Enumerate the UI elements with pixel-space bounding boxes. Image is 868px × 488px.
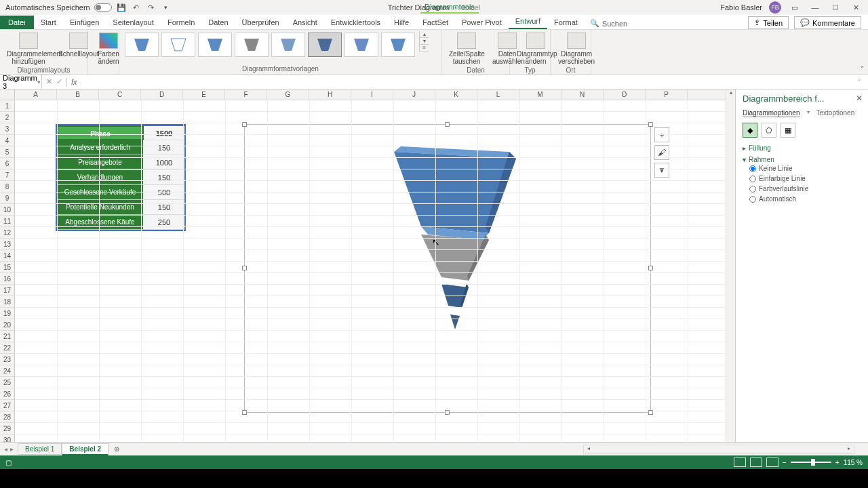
tab-design[interactable]: Entwurf — [509, 14, 547, 29]
row-header[interactable]: 1 — [0, 100, 15, 112]
normal-view-icon[interactable] — [734, 458, 746, 467]
tab-formulas[interactable]: Formeln — [161, 16, 201, 29]
chart-style-2[interactable] — [161, 33, 195, 57]
column-header[interactable]: I — [351, 89, 393, 100]
zoom-level[interactable]: 115 % — [844, 459, 863, 466]
zoom-slider[interactable] — [791, 462, 831, 463]
row-header[interactable]: 30 — [0, 434, 15, 442]
tab-review[interactable]: Überprüfen — [235, 16, 286, 29]
tell-me-search[interactable]: 🔍 Suchen — [585, 18, 633, 29]
row-header[interactable]: 7 — [0, 169, 15, 181]
select-all-corner[interactable] — [0, 89, 15, 100]
row-header[interactable]: 2 — [0, 112, 15, 123]
row-header[interactable]: 14 — [0, 250, 15, 262]
column-header[interactable]: G — [267, 89, 309, 100]
row-header[interactable]: 29 — [0, 423, 15, 434]
row-header[interactable]: 15 — [0, 262, 15, 273]
column-header[interactable]: J — [393, 89, 435, 100]
sheet-nav-prev-icon[interactable]: ◂ — [4, 445, 7, 453]
column-header[interactable]: H — [309, 89, 351, 100]
minimize-icon[interactable]: ― — [808, 3, 822, 12]
row-header[interactable]: 10 — [0, 204, 15, 216]
gallery-scroll[interactable]: ▴▾≡ — [419, 31, 429, 52]
row-header[interactable]: 9 — [0, 192, 15, 204]
chart-style-8[interactable] — [381, 33, 415, 57]
row-header[interactable]: 25 — [0, 377, 15, 388]
row-header[interactable]: 23 — [0, 354, 15, 365]
chart-style-7[interactable] — [344, 33, 378, 57]
tab-powerpivot[interactable]: Power Pivot — [455, 16, 509, 29]
row-header[interactable]: 21 — [0, 331, 15, 342]
sheet-nav-next-icon[interactable]: ▸ — [10, 445, 14, 453]
row-header[interactable]: 13 — [0, 239, 15, 250]
switch-row-column-button[interactable]: Zeile/Spalte tauschen — [446, 31, 487, 66]
border-option-none[interactable]: Keine Linie — [743, 163, 861, 174]
maximize-icon[interactable]: ☐ — [829, 3, 842, 12]
row-header[interactable]: 28 — [0, 411, 15, 423]
column-header[interactable]: L — [477, 89, 519, 100]
enter-icon[interactable]: ✓ — [56, 77, 62, 86]
record-macro-icon[interactable]: ▢ — [5, 459, 12, 466]
column-header[interactable]: O — [604, 89, 646, 100]
user-avatar[interactable]: FB — [769, 1, 781, 14]
collapse-ribbon-icon[interactable]: ˄ — [861, 65, 864, 73]
comments-button[interactable]: 💬 Kommentare — [794, 16, 861, 29]
row-header[interactable]: 19 — [0, 308, 15, 319]
fill-section-header[interactable]: ▸ Füllung — [743, 144, 861, 152]
tab-factset[interactable]: FactSet — [416, 16, 455, 29]
ribbon-display-icon[interactable]: ▭ — [788, 3, 802, 12]
sheet-tab[interactable]: Beispiel 1 — [18, 443, 62, 455]
qat-customize-icon[interactable]: ▾ — [161, 2, 172, 13]
row-header[interactable]: 3 — [0, 123, 15, 135]
share-button[interactable]: ⇪ Teilen — [748, 16, 789, 29]
worksheet[interactable]: ABCDEFGHIJKLMNOP 12345678910111213141516… — [0, 89, 726, 442]
page-layout-view-icon[interactable] — [750, 458, 762, 467]
column-header[interactable]: M — [519, 89, 561, 100]
chart-style-1[interactable] — [125, 33, 159, 57]
column-header[interactable]: N — [561, 89, 604, 100]
column-header[interactable]: A — [15, 89, 57, 100]
border-section-header[interactable]: ▾ Rahmen — [743, 156, 861, 163]
tab-help[interactable]: Hilfe — [387, 16, 416, 29]
border-option-auto[interactable]: Automatisch — [743, 194, 861, 204]
border-option-gradient[interactable]: Farbverlaufslinie — [743, 184, 861, 194]
column-header[interactable]: B — [57, 89, 99, 100]
column-header[interactable]: K — [435, 89, 477, 100]
row-header[interactable]: 18 — [0, 296, 15, 308]
chart-style-3[interactable] — [198, 33, 232, 57]
vertical-scrollbar[interactable]: ▴ — [726, 89, 735, 442]
redo-icon[interactable]: ↷ — [146, 2, 157, 13]
save-icon[interactable]: 💾 — [116, 2, 127, 13]
row-header[interactable]: 22 — [0, 342, 15, 354]
chart-style-5[interactable] — [271, 33, 305, 57]
row-header[interactable]: 12 — [0, 227, 15, 239]
horizontal-scrollbar[interactable]: ◂▸ — [583, 445, 854, 454]
column-header[interactable]: E — [183, 89, 225, 100]
row-header[interactable]: 16 — [0, 273, 15, 285]
chart-style-4[interactable] — [235, 33, 269, 57]
row-header[interactable]: 5 — [0, 146, 15, 158]
tab-pagelayout[interactable]: Seitenlayout — [106, 16, 161, 29]
page-break-view-icon[interactable] — [766, 458, 778, 467]
add-chart-element-button[interactable]: Diagrammelement hinzufügen — [4, 31, 53, 66]
fill-line-icon[interactable]: ◆ — [743, 123, 757, 138]
undo-icon[interactable]: ↶ — [131, 2, 142, 13]
expand-formula-bar-icon[interactable]: ˅ — [858, 79, 868, 85]
column-header[interactable]: C — [99, 89, 141, 100]
column-header[interactable]: P — [646, 89, 688, 100]
row-header[interactable]: 26 — [0, 388, 15, 400]
row-header[interactable]: 6 — [0, 158, 15, 169]
close-icon[interactable]: ✕ — [849, 3, 863, 12]
zoom-in-icon[interactable]: + — [835, 459, 840, 466]
row-header[interactable]: 20 — [0, 319, 15, 331]
autosave-toggle[interactable] — [94, 3, 112, 12]
tab-format[interactable]: Format — [547, 16, 585, 29]
fx-icon[interactable]: fx — [67, 78, 81, 86]
move-chart-button[interactable]: Diagramm verschieben — [555, 31, 598, 66]
pane-tab-text-options[interactable]: Textoptionen — [816, 109, 855, 117]
size-properties-icon[interactable]: ▦ — [781, 123, 795, 138]
row-header[interactable]: 11 — [0, 216, 15, 227]
row-header[interactable]: 17 — [0, 285, 15, 296]
tab-insert[interactable]: Einfügen — [63, 16, 106, 29]
cancel-icon[interactable]: ✕ — [46, 77, 52, 86]
